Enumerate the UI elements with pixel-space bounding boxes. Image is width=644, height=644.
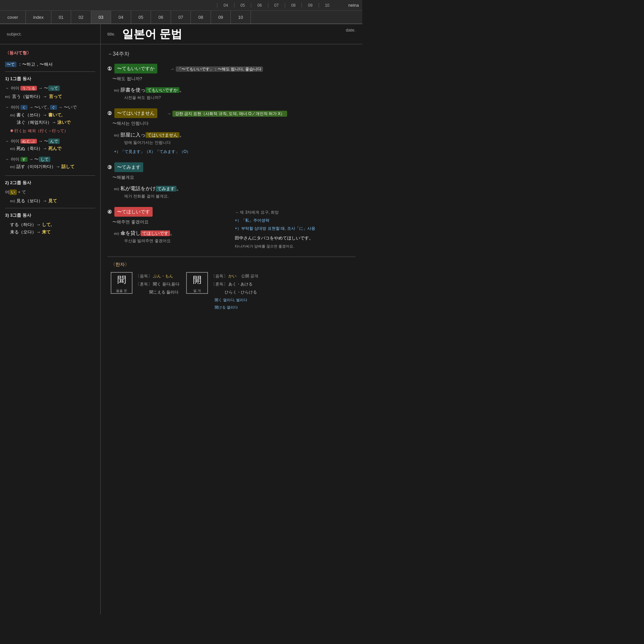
group1-header: 1) 1그룹 동사 (5, 75, 95, 83)
top-bar: 04 05 06 07 08 09 10 neina (0, 0, 362, 11)
page-num-06: 06 (251, 3, 268, 8)
grammar-ex-4-kr: 우산을 빌려주면 좋겠어요 (124, 237, 228, 245)
group2-example: ex) 見る（보다）→ 見て (10, 197, 95, 205)
grammar-item-2: ② 〜てはいけません 〜해서는 안됩니다 → 강한 금지 표현（사회적 규칙, … (107, 108, 356, 156)
grammar-item-4: ④ 〜てほしいです 〜해주면 좋겠어요 ex) 傘を貸してほしいです。 우산을 … (107, 207, 356, 250)
grammar-plus-2: +）「て見ます」（X）「てみます」（O） (114, 148, 356, 156)
page-num-05: 05 (234, 3, 251, 8)
page-num-09: 09 (302, 3, 318, 8)
kanji-char-1: 聞 들을 문 (111, 272, 132, 294)
arrow-note-2: 강한 금지 표현（사회적 규칙, 도덕, 매너 O／개인적 허가 X） (172, 111, 287, 117)
page-num-08: 08 (285, 3, 302, 8)
kanji1-kunyomi-2: 聞こえる 들리다 (149, 290, 178, 294)
tab-06[interactable]: 06 (151, 11, 171, 23)
group2-header: 2) 2그룹 동사 (5, 179, 95, 186)
grammar-ex-2-kr: 방에 들어가서는 안됩니다 (124, 139, 356, 147)
tab-10[interactable]: 10 (231, 11, 251, 23)
header-left: subject. (0, 24, 101, 44)
tab-08[interactable]: 08 (191, 11, 211, 23)
kanji-section-header: 〈한자〉 (111, 260, 352, 269)
date-label: date. (346, 28, 356, 33)
grammar-translation-2: 〜해서는 안됩니다 (112, 119, 157, 127)
tab-04[interactable]: 04 (111, 11, 131, 23)
kanji-section: 〈한자〉 聞 들을 문 〔음독〕 ぶん・もん (107, 257, 356, 314)
right-content: －34주차 ① 〜てもいいですか 〜해도 됩니까? → 「〜てもいいです」：〜해… (101, 44, 362, 614)
page-num-10: 10 (319, 3, 335, 8)
grammar-ex-2-jp: ex) 部屋に入ってはいけません。 (114, 130, 356, 139)
tab-05[interactable]: 05 (131, 11, 151, 23)
group3-example2: 来る（오다）→ 来て (10, 228, 95, 236)
grammar-title-2: 〜てはいけません (114, 108, 157, 118)
rule1-example: ex) 言う（말하다）→ 言って (5, 93, 95, 100)
rule2-exception: ✱ 行く는 예외（行く→行って） (10, 127, 95, 134)
grammar-title-3: 〜てみます (114, 162, 143, 172)
rule4-pattern: － 어이 す → 〜して (5, 156, 95, 163)
tab-01[interactable]: 01 (51, 11, 71, 23)
nav-tabs: cover index 01 02 03 04 05 06 07 08 09 1… (0, 11, 362, 24)
kanji-char-2: 開 열 개 (186, 272, 208, 294)
rule1-pattern: － 어이 う.つ.る → 〜って (5, 85, 95, 92)
week-header: －34주차 (107, 49, 356, 59)
page-title: 일본어 문법 (122, 26, 182, 42)
tab-07[interactable]: 07 (171, 11, 191, 23)
main-content: 〈등사て형〉 〜て ：〜하고，〜해서 1) 1그룹 동사 － 어이 う.つ.る … (0, 44, 362, 614)
grammar-ex-4b-kr: 타나카씨가 담배를 끊으면 좋겠어요. (235, 243, 356, 250)
tab-02[interactable]: 02 (71, 11, 91, 23)
rule3-example: ex) 死ぬ（죽다）→ 死んで (10, 145, 95, 152)
group2-rule: 어い + て (5, 190, 26, 195)
kanji1-kunyomi-1: 聞く 듣다,듣다 (153, 282, 179, 286)
grammar-ex-3-jp: ex) 私が電話をかけてみます。 (114, 184, 356, 193)
te-rule: ：〜하고，〜해서 (18, 62, 53, 67)
grammar-title-4: 〜てほしいです (114, 207, 153, 217)
grammar-num-2: ② (107, 109, 112, 118)
grammar-translation-1: 〜해도 됩니까? (112, 75, 157, 83)
header-right: title. 일본어 문법 date. (101, 24, 362, 44)
grammar-plus-4-1: +）「私」주어생략 (235, 216, 356, 224)
kanji-item-2: 開 열 개 〔음독〕 かい 公開 공개 〔훈독〕 あく・あける (186, 272, 258, 311)
kanji2-note-1: 開く 열리다, 벌리다 (215, 298, 247, 302)
sidebar: 〈등사て형〉 〜て ：〜하고，〜해서 1) 1그룹 동사 － 어이 う.つ.る … (0, 44, 101, 614)
grammar-title-1: 〜てもいいですか (114, 64, 157, 73)
grammar-num-1: ① (107, 64, 112, 73)
kanji2-note-2: 開ける 열리다 (215, 305, 238, 309)
rule3-pattern: － 어이 ぬ.む.ぶ → 〜んで (5, 138, 95, 145)
arrow-note-1: 「〜てもいいです」：〜해도 됩니다, 좋습니다 (176, 66, 263, 72)
grammar-num-4: ④ (107, 207, 112, 216)
page-numbers: 04 05 06 07 08 09 10 (217, 3, 335, 8)
page-num-07: 07 (268, 3, 285, 8)
grammar-item-3: ③ 〜てみます 〜해볼게요 ex) 私が電話をかけてみます。 제가 전화를 걸어… (107, 162, 356, 200)
subject-label: subject. (7, 32, 22, 37)
section-header: 〈등사て형〉 (5, 50, 31, 55)
tab-cover[interactable]: cover (0, 11, 26, 23)
username: neina (348, 3, 359, 8)
grammar-ex-3-kr: 제가 전화를 걸어 볼게요. (124, 193, 356, 200)
grammar-ex-4-jp: ex) 傘を貸してほしいです。 (114, 228, 228, 237)
grammar-num-3: ③ (107, 163, 112, 172)
tab-03[interactable]: 03 (91, 11, 111, 23)
grammar-plus-4-2: +）부탁할 상대방 표현할 때, 조사「に」사용 (235, 224, 356, 232)
header-area: subject. title. 일본어 문법 date. (0, 24, 362, 44)
group3-example1: する（하다）→ して, (10, 221, 95, 228)
grammar-ex-1-jp: ex) 辞書を使ってもいいですか。 (114, 85, 356, 94)
kanji2-kunyomi-2: ひらく・ひらける (225, 290, 257, 294)
rule2-example1: ex) 書く（쓰다）→ 書いて, (10, 111, 95, 119)
group3-header: 3) 3그룹 동사 (5, 212, 95, 219)
grammar-ex-1-kr: 사전을 써도 됩니까? (124, 94, 356, 102)
kanji2-onyomi: かい (228, 274, 236, 278)
tab-index[interactable]: index (26, 11, 51, 23)
te-badge: 〜て (5, 62, 16, 67)
kanji-item-1: 聞 들을 문 〔음독〕 ぶん・もん 〔훈독〕 聞く 듣다,듣다 (111, 272, 179, 296)
grammar-ex-4b-jp: 田中さんにタバコをやめてほしいです。 (235, 234, 356, 243)
rule2-example2: 泳ぐ（헤엄치다）→ 泳いで (10, 119, 95, 126)
grammar-item-1: ① 〜てもいいですか 〜해도 됩니까? → 「〜てもいいです」：〜해도 됩니다,… (107, 64, 356, 102)
rule4-example: ex) 話す（이야기하다）→ 話して (10, 163, 95, 170)
grammar-translation-3: 〜해볼게요 (112, 173, 356, 181)
page-num-04: 04 (217, 3, 234, 8)
rule2-pattern: － 어이 く → 〜いて, ぐ → 〜いで (5, 104, 95, 111)
title-label: title. (107, 32, 115, 37)
kanji1-onyomi: ぶん・もん (153, 274, 173, 278)
tab-09[interactable]: 09 (211, 11, 231, 23)
kanji2-kunyomi-1: あく・あける (228, 282, 253, 286)
grammar-translation-4: 〜해주면 좋겠어요 (112, 218, 228, 226)
